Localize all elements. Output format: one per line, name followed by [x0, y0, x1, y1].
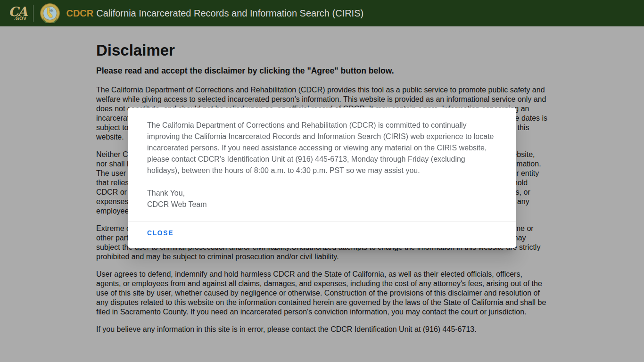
dialog-message: The California Department of Corrections… — [128, 107, 516, 176]
ca-gov-logo[interactable]: CA .GOV — [8, 5, 26, 21]
ca-gov-logo-gov: .GOV — [14, 16, 26, 21]
dialog-signoff-line1: Thank You, — [147, 188, 497, 199]
header-divider — [33, 5, 33, 22]
cdcr-seal-icon — [40, 3, 60, 23]
close-button[interactable]: CLOSE — [147, 228, 173, 238]
dialog-signoff: Thank You, CDCR Web Team — [128, 176, 516, 210]
app-title-cdcr: CDCR — [66, 8, 93, 18]
app-title: CDCRCalifornia Incarcerated Records and … — [66, 8, 363, 19]
accessibility-notice-dialog: The California Department of Corrections… — [128, 107, 516, 248]
dialog-actions: CLOSE — [128, 222, 516, 248]
app-header: CA .GOV CDCRCalifornia Incarcerated Reco… — [0, 0, 644, 26]
app-title-text: California Incarcerated Records and Info… — [96, 8, 363, 18]
dialog-signoff-line2: CDCR Web Team — [147, 199, 497, 210]
